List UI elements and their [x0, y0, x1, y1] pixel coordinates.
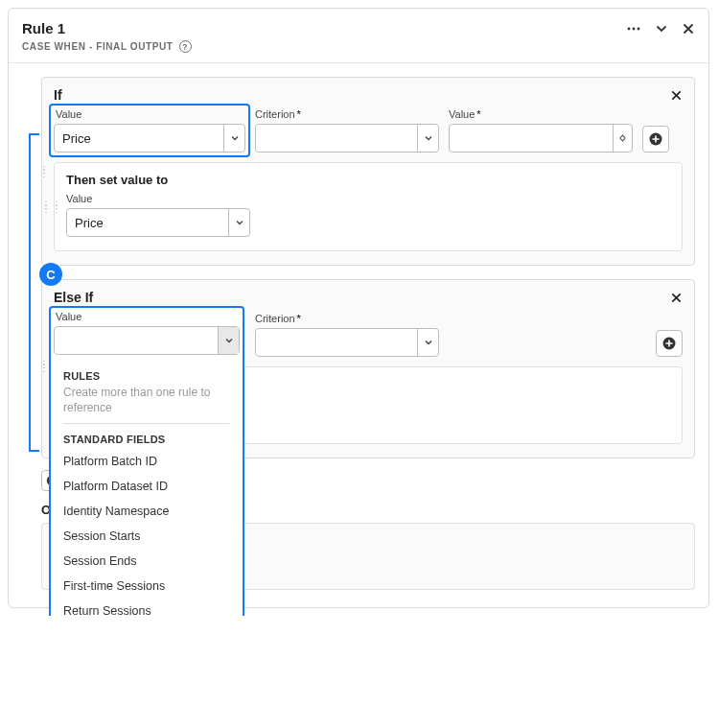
chevron-down-icon[interactable]	[223, 125, 244, 152]
if-value-select[interactable]: Price	[54, 124, 245, 153]
dropdown-item[interactable]: Platform Dataset ID	[58, 474, 236, 499]
svg-point-0	[628, 27, 631, 30]
add-condition-button[interactable]	[656, 330, 683, 357]
svg-point-1	[633, 27, 636, 30]
chevron-down-icon[interactable]	[655, 22, 668, 35]
dropdown-item[interactable]: Session Ends	[58, 549, 236, 574]
value-label: Value	[56, 311, 240, 322]
stepper-icon[interactable]	[613, 125, 632, 152]
dropdown-section-rules: RULES	[63, 370, 230, 382]
chevron-down-icon[interactable]	[218, 327, 239, 354]
value-dropdown: RULES Create more than one rule to refer…	[54, 355, 240, 616]
dropdown-item[interactable]: Return Sessions	[58, 599, 236, 616]
drag-handle-icon[interactable]: ⋮⋮⋮⋮	[39, 363, 47, 370]
elseif-criterion-select[interactable]	[255, 328, 439, 357]
if-value-highlight: Value Price	[49, 104, 250, 157]
help-icon[interactable]: ?	[179, 40, 192, 53]
dropdown-item[interactable]: Identity Namespace	[58, 499, 236, 524]
elseif-title: Else If	[54, 290, 670, 305]
svg-point-2	[638, 27, 640, 30]
criterion-label: Criterion*	[255, 313, 439, 324]
close-icon[interactable]	[670, 292, 683, 304]
more-icon[interactable]	[626, 21, 641, 36]
value-label: Value	[56, 108, 245, 120]
dropdown-rules-hint: Create more than one rule to reference	[63, 386, 230, 415]
then-title: Then set value to	[66, 173, 670, 187]
elseif-value-select[interactable]	[54, 326, 240, 355]
rule-header: Rule 1	[22, 20, 695, 36]
value2-label: Value*	[449, 108, 633, 120]
elseif-block: ⋮⋮⋮⋮ Else If Value	[41, 279, 695, 458]
annotation-badge: C	[39, 263, 62, 286]
if-title: If	[54, 87, 670, 103]
then-value-select[interactable]: Price	[66, 208, 250, 237]
dropdown-item[interactable]: Session Starts	[58, 524, 236, 549]
dropdown-item[interactable]: Platform Batch ID	[58, 449, 236, 474]
elseif-value-highlight: Value RULES Create more than one rule to…	[49, 306, 244, 616]
dropdown-section-standard: STANDARD FIELDS	[63, 434, 230, 445]
criterion-label: Criterion*	[255, 108, 439, 120]
if-then-block: ⋮⋮⋮⋮ Then set value to Value Price	[54, 162, 683, 251]
chevron-down-icon[interactable]	[417, 329, 438, 356]
drag-handle-icon[interactable]: ⋮⋮⋮⋮	[41, 203, 62, 211]
annotation-connector	[24, 77, 41, 590]
value-label: Value	[66, 193, 250, 204]
drag-handle-icon[interactable]: ⋮⋮⋮⋮	[39, 168, 47, 176]
close-icon[interactable]	[670, 89, 683, 102]
if-block: ⋮⋮⋮⋮ If Value Price	[41, 77, 695, 266]
chevron-down-icon[interactable]	[417, 125, 438, 152]
if-value-selected: Price	[55, 131, 223, 146]
dropdown-item[interactable]: First-time Sessions	[58, 574, 236, 599]
rule-title: Rule 1	[22, 20, 626, 36]
close-icon[interactable]	[682, 22, 695, 35]
rule-subtitle: CASE WHEN - FINAL OUTPUT ?	[22, 40, 695, 53]
chevron-down-icon[interactable]	[228, 209, 249, 236]
if-criterion-select[interactable]	[255, 124, 439, 153]
if-value2-input[interactable]	[449, 124, 633, 153]
rule-card: Rule 1 CASE WHEN - FINAL OUTPUT ? C	[8, 8, 709, 608]
add-condition-button[interactable]	[642, 126, 669, 153]
